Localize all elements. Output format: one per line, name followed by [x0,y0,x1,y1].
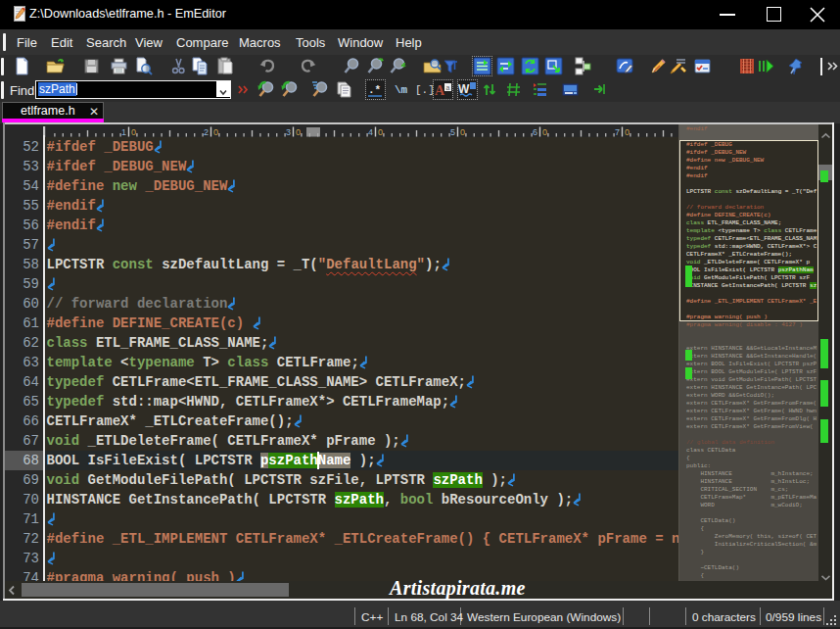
svg-text:0: 0 [460,127,465,137]
svg-text:0: 0 [131,127,136,137]
svg-text:0: 0 [296,127,301,137]
svg-text:3: 3 [286,127,291,137]
svg-text:0: 0 [625,127,630,137]
svg-text:[.]: [.] [415,84,433,96]
svg-text:a: a [446,84,450,91]
svg-text:0: 0 [213,127,218,137]
svg-text:7: 7 [615,127,620,137]
svg-text:\m: \m [395,84,408,96]
svg-text:0: 0 [542,127,547,137]
svg-text:W: W [458,82,470,96]
svg-text:5: 5 [450,127,455,137]
svg-text:4: 4 [368,127,373,137]
svg-text:2: 2 [204,127,209,137]
svg-text:0: 0 [378,127,383,137]
svg-text:A: A [435,83,445,98]
svg-text:6: 6 [533,127,537,137]
svg-text:1: 1 [121,127,126,137]
svg-text:.*: .* [368,84,381,96]
